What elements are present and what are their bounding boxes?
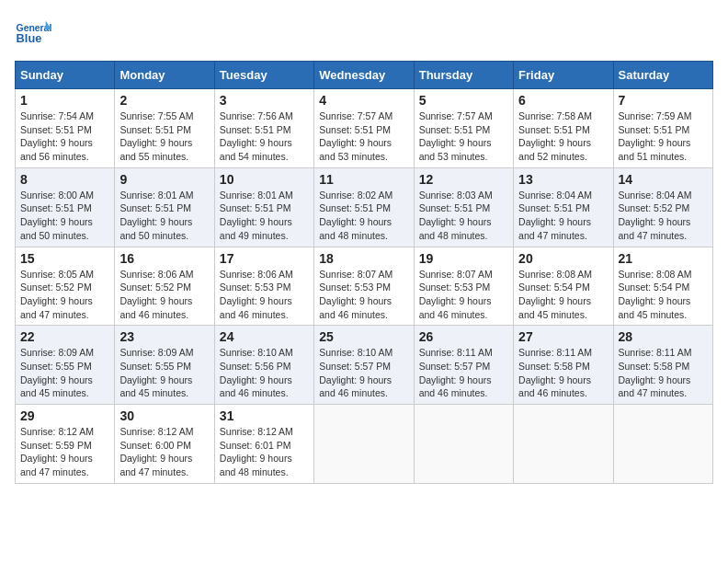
day-info: Sunrise: 7:55 AM Sunset: 5:51 PM Dayligh… [119,110,193,162]
day-info: Sunrise: 8:08 AM Sunset: 5:54 PM Dayligh… [619,269,692,320]
day-number: 16 [119,251,209,266]
calendar-cell: 28 Sunrise: 8:11 AM Sunset: 5:58 PM Dayl… [613,326,712,405]
calendar-cell: 22 Sunrise: 8:09 AM Sunset: 5:55 PM Dayl… [16,326,115,405]
calendar-cell: 7 Sunrise: 7:59 AM Sunset: 5:51 PM Dayli… [613,89,712,168]
day-number: 13 [518,172,608,187]
day-info: Sunrise: 8:07 AM Sunset: 5:53 PM Dayligh… [419,269,493,320]
calendar-cell: 23 Sunrise: 8:09 AM Sunset: 5:55 PM Dayl… [115,326,214,405]
day-number: 24 [220,329,309,344]
day-header-wednesday: Wednesday [314,62,414,89]
day-info: Sunrise: 8:04 AM Sunset: 5:51 PM Dayligh… [518,190,592,241]
logo: General Blue [15,15,55,52]
day-number: 11 [319,172,408,187]
day-number: 23 [119,329,209,344]
day-info: Sunrise: 7:56 AM Sunset: 5:51 PM Dayligh… [220,110,293,162]
day-info: Sunrise: 8:10 AM Sunset: 5:56 PM Dayligh… [220,347,293,398]
day-info: Sunrise: 8:12 AM Sunset: 6:01 PM Dayligh… [220,426,293,477]
day-number: 2 [119,93,209,108]
day-number: 26 [419,329,508,344]
calendar-cell: 2 Sunrise: 7:55 AM Sunset: 5:51 PM Dayli… [115,89,214,168]
calendar-cell [414,405,513,484]
day-number: 18 [319,251,408,266]
day-number: 31 [220,408,309,423]
day-number: 7 [619,93,708,108]
day-header-sunday: Sunday [16,62,115,89]
day-number: 19 [419,251,508,266]
day-number: 9 [119,172,209,187]
calendar-cell: 31 Sunrise: 8:12 AM Sunset: 6:01 PM Dayl… [214,405,313,484]
day-info: Sunrise: 8:12 AM Sunset: 5:59 PM Dayligh… [20,426,94,477]
calendar-cell: 15 Sunrise: 8:05 AM Sunset: 5:52 PM Dayl… [16,247,115,326]
day-info: Sunrise: 8:09 AM Sunset: 5:55 PM Dayligh… [20,347,94,398]
day-number: 22 [20,329,109,344]
day-number: 4 [319,93,408,108]
calendar-cell: 5 Sunrise: 7:57 AM Sunset: 5:51 PM Dayli… [414,89,513,168]
calendar-cell: 11 Sunrise: 8:02 AM Sunset: 5:51 PM Dayl… [314,167,414,247]
day-info: Sunrise: 8:04 AM Sunset: 5:52 PM Dayligh… [619,190,692,241]
calendar-cell: 21 Sunrise: 8:08 AM Sunset: 5:54 PM Dayl… [613,247,712,326]
calendar-cell: 29 Sunrise: 8:12 AM Sunset: 5:59 PM Dayl… [16,405,115,484]
calendar-cell: 26 Sunrise: 8:11 AM Sunset: 5:57 PM Dayl… [414,326,513,405]
day-number: 25 [319,329,408,344]
day-number: 30 [119,408,209,423]
day-info: Sunrise: 8:05 AM Sunset: 5:52 PM Dayligh… [20,269,94,320]
day-info: Sunrise: 8:01 AM Sunset: 5:51 PM Dayligh… [119,190,193,241]
calendar-cell: 16 Sunrise: 8:06 AM Sunset: 5:52 PM Dayl… [115,247,214,326]
day-info: Sunrise: 8:11 AM Sunset: 5:58 PM Dayligh… [518,347,592,398]
day-number: 3 [220,93,309,108]
calendar-cell: 3 Sunrise: 7:56 AM Sunset: 5:51 PM Dayli… [214,89,313,168]
calendar-cell: 6 Sunrise: 7:58 AM Sunset: 5:51 PM Dayli… [514,89,613,168]
day-info: Sunrise: 8:06 AM Sunset: 5:53 PM Dayligh… [220,269,293,320]
day-info: Sunrise: 8:11 AM Sunset: 5:58 PM Dayligh… [619,347,692,398]
day-number: 21 [619,251,708,266]
day-number: 28 [619,329,708,344]
calendar-cell [514,405,613,484]
calendar-cell: 25 Sunrise: 8:10 AM Sunset: 5:57 PM Dayl… [314,326,414,405]
day-info: Sunrise: 8:02 AM Sunset: 5:51 PM Dayligh… [319,190,392,241]
calendar-week-row: 22 Sunrise: 8:09 AM Sunset: 5:55 PM Dayl… [16,326,713,405]
calendar-cell [314,405,414,484]
day-header-friday: Friday [514,62,613,89]
day-header-saturday: Saturday [613,62,712,89]
calendar-cell: 24 Sunrise: 8:10 AM Sunset: 5:56 PM Dayl… [214,326,313,405]
day-number: 8 [20,172,109,187]
calendar-week-row: 8 Sunrise: 8:00 AM Sunset: 5:51 PM Dayli… [16,167,713,247]
calendar-cell: 8 Sunrise: 8:00 AM Sunset: 5:51 PM Dayli… [16,167,115,247]
calendar-cell: 27 Sunrise: 8:11 AM Sunset: 5:58 PM Dayl… [514,326,613,405]
calendar-cell: 4 Sunrise: 7:57 AM Sunset: 5:51 PM Dayli… [314,89,414,168]
day-number: 29 [20,408,109,423]
calendar-cell: 19 Sunrise: 8:07 AM Sunset: 5:53 PM Dayl… [414,247,513,326]
day-info: Sunrise: 8:03 AM Sunset: 5:51 PM Dayligh… [419,190,493,241]
calendar-cell: 13 Sunrise: 8:04 AM Sunset: 5:51 PM Dayl… [514,167,613,247]
day-info: Sunrise: 7:59 AM Sunset: 5:51 PM Dayligh… [619,110,692,162]
calendar-cell: 18 Sunrise: 8:07 AM Sunset: 5:53 PM Dayl… [314,247,414,326]
header: General Blue [15,15,713,52]
calendar-cell: 30 Sunrise: 8:12 AM Sunset: 6:00 PM Dayl… [115,405,214,484]
day-number: 6 [518,93,608,108]
calendar-cell: 1 Sunrise: 7:54 AM Sunset: 5:51 PM Dayli… [16,89,115,168]
day-info: Sunrise: 8:08 AM Sunset: 5:54 PM Dayligh… [518,269,592,320]
day-number: 27 [518,329,608,344]
day-info: Sunrise: 7:57 AM Sunset: 5:51 PM Dayligh… [319,110,392,162]
day-number: 5 [419,93,508,108]
day-number: 17 [220,251,309,266]
day-info: Sunrise: 7:54 AM Sunset: 5:51 PM Dayligh… [20,110,94,162]
day-info: Sunrise: 8:12 AM Sunset: 6:00 PM Dayligh… [119,426,193,477]
calendar-cell: 14 Sunrise: 8:04 AM Sunset: 5:52 PM Dayl… [613,167,712,247]
day-info: Sunrise: 8:07 AM Sunset: 5:53 PM Dayligh… [319,269,392,320]
day-header-monday: Monday [115,62,214,89]
svg-text:Blue: Blue [17,31,42,45]
day-number: 10 [220,172,309,187]
day-number: 20 [518,251,608,266]
calendar-header-row: SundayMondayTuesdayWednesdayThursdayFrid… [16,62,713,89]
day-header-tuesday: Tuesday [214,62,313,89]
calendar-table: SundayMondayTuesdayWednesdayThursdayFrid… [15,61,713,484]
day-number: 14 [619,172,708,187]
calendar-cell: 12 Sunrise: 8:03 AM Sunset: 5:51 PM Dayl… [414,167,513,247]
calendar-cell: 20 Sunrise: 8:08 AM Sunset: 5:54 PM Dayl… [514,247,613,326]
day-number: 12 [419,172,508,187]
day-info: Sunrise: 8:06 AM Sunset: 5:52 PM Dayligh… [119,269,193,320]
day-number: 15 [20,251,109,266]
day-info: Sunrise: 8:10 AM Sunset: 5:57 PM Dayligh… [319,347,392,398]
day-info: Sunrise: 8:01 AM Sunset: 5:51 PM Dayligh… [220,190,293,241]
